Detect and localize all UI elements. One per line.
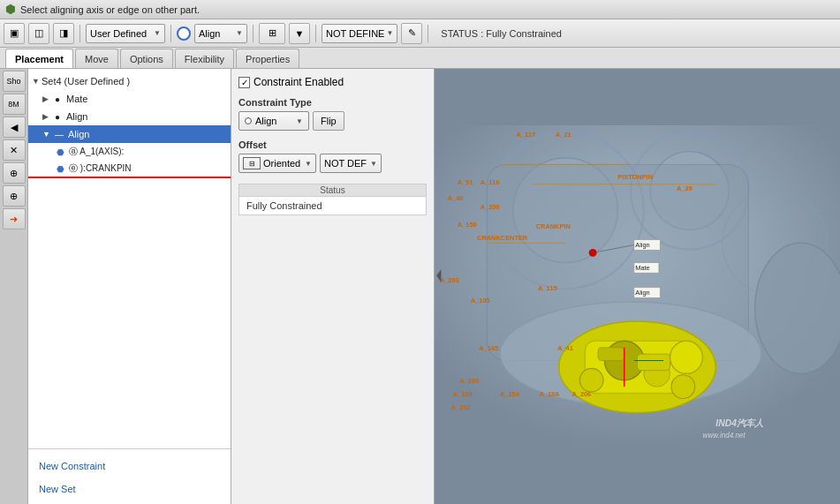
align-sel-label: Align: [68, 129, 89, 139]
toolbar-btn-1[interactable]: ▣: [4, 23, 25, 44]
left-bar-btn-arrow[interactable]: ◀: [3, 117, 26, 138]
axis-icon: ⬣: [53, 146, 67, 158]
chevron-type-icon: ▼: [296, 117, 303, 125]
svg-rect-18: [638, 354, 670, 371]
app-icon: ⬢: [5, 3, 15, 16]
user-defined-dropdown[interactable]: User Defined ▼: [86, 24, 165, 43]
constraint-type-dropdown[interactable]: Align ▼: [238, 111, 309, 131]
left-bar-btn-arrow2[interactable]: ➜: [3, 208, 26, 229]
edit-icon[interactable]: ✎: [401, 23, 422, 44]
svg-text:A_190: A_190: [453, 390, 473, 398]
main-content: Sho 8M ◀ ✕ ⊕ ⊕ ➜ ▼ Set4 (User Defined ) …: [0, 69, 840, 504]
tree-item-align-1[interactable]: ▶ ● Align: [28, 108, 231, 125]
status-section-label: Status: [320, 185, 344, 195]
tree-root[interactable]: ▼ Set4 (User Defined ): [28, 72, 231, 90]
svg-text:A_41: A_41: [557, 344, 573, 352]
svg-text:A_91: A_91: [458, 178, 473, 186]
mate-icon: ●: [50, 93, 64, 105]
toolbar-btn-2[interactable]: ◫: [28, 23, 49, 44]
tree-item-crankpin[interactable]: ⬣ ⓔ ):CRANKPIN: [28, 161, 231, 178]
svg-text:A_165: A_165: [479, 344, 498, 352]
instruction-text: Select aligning axis or edge on other pa…: [20, 4, 200, 15]
new-set-button[interactable]: New Set: [32, 479, 227, 499]
tree-root-label: Set4 (User Defined ): [42, 76, 130, 87]
size-icon[interactable]: ⊞: [259, 23, 285, 44]
3d-viewport[interactable]: A_117 A_21 A_91 A_116 A_40 A_208 PISTONP…: [435, 69, 840, 504]
left-icon-bar: Sho 8M ◀ ✕ ⊕ ⊕ ➜: [0, 69, 28, 504]
svg-text:A_208: A_208: [481, 203, 500, 211]
align-dot-icon: [245, 117, 252, 124]
svg-text:A_154: A_154: [500, 390, 520, 398]
crankpin-icon: ⬣: [53, 162, 67, 175]
oriented-icon: ⊟: [243, 157, 261, 169]
axis-label: ⓐ A_1(AXIS):: [69, 146, 124, 158]
flip-button[interactable]: Flip: [313, 111, 344, 131]
svg-text:A_116: A_116: [481, 178, 500, 186]
svg-text:Mate: Mate: [635, 264, 649, 272]
left-bar-btn-8m[interactable]: 8M: [3, 94, 26, 115]
left-bar-btn-x[interactable]: ✕: [3, 139, 26, 161]
left-bar-btn-plus1[interactable]: ⊕: [3, 162, 26, 184]
tab-move[interactable]: Move: [75, 49, 118, 68]
oriented-label: Oriented: [263, 158, 300, 169]
svg-text:CRANKCENTER: CRANKCENTER: [477, 234, 528, 242]
tab-placement[interactable]: Placement: [5, 49, 73, 68]
not-def-label: NOT DEF: [324, 158, 367, 169]
not-defined-btn[interactable]: NOT DEFINE ▼: [322, 24, 397, 43]
svg-text:A_19A: A_19A: [539, 390, 560, 398]
size-dropdown-btn[interactable]: ▼: [289, 23, 310, 44]
tab-properties[interactable]: Properties: [236, 49, 299, 68]
status-value: Fully Constrained: [239, 197, 426, 214]
tree-item-align-selected[interactable]: ▼ — Align: [28, 125, 231, 143]
svg-point-21: [671, 375, 695, 399]
svg-text:A_40: A_40: [448, 194, 464, 202]
new-constraint-button[interactable]: New Constraint: [32, 456, 227, 476]
chevron-oriented-icon: ▼: [305, 160, 312, 168]
status-section: Status Fully Constrained: [238, 184, 427, 215]
tree-area: ▼ Set4 (User Defined ) ▶ ● Mate ▶ ● Alig…: [28, 69, 231, 448]
new-set-label: New Set: [39, 484, 76, 494]
constraint-enabled-label: Constraint Enabled: [254, 76, 344, 88]
svg-text:A_102: A_102: [451, 403, 471, 411]
oriented-dropdown[interactable]: ⊟ Oriented ▼: [238, 154, 316, 173]
svg-text:A_159: A_159: [458, 221, 477, 229]
tab-options[interactable]: Options: [120, 49, 173, 68]
user-defined-label: User Defined: [90, 28, 147, 39]
offset-label: Offset: [238, 139, 427, 150]
status-header: Status: [239, 184, 426, 197]
not-def-offset-dropdown[interactable]: NOT DEF ▼: [320, 154, 382, 173]
svg-point-20: [579, 368, 603, 392]
left-bar-btn-show[interactable]: Sho: [3, 71, 26, 92]
align1-icon: ●: [50, 110, 64, 123]
tab-flexibility[interactable]: Flexibility: [175, 49, 234, 68]
chevron-not-def-icon: ▼: [370, 160, 377, 168]
tree-item-axis[interactable]: ⬣ ⓐ A_1(AXIS):: [28, 143, 231, 161]
crankpin-label: ⓔ ):CRANKPIN: [69, 162, 132, 175]
svg-text:A_193: A_193: [459, 377, 479, 385]
left-bar-btn-plus2[interactable]: ⊕: [3, 185, 26, 207]
left-panel: ▼ Set4 (User Defined ) ▶ ● Mate ▶ ● Alig…: [28, 69, 231, 504]
align-sel-icon: —: [52, 128, 66, 140]
svg-text:PISTONPIN: PISTONPIN: [617, 173, 653, 181]
toolbar-btn-3[interactable]: ◨: [53, 23, 74, 44]
offset-row: ⊟ Oriented ▼ NOT DEF ▼: [238, 154, 427, 173]
svg-text:A_203: A_203: [440, 276, 459, 284]
tree-item-mate[interactable]: ▶ ● Mate: [28, 90, 231, 108]
chevron-down-icon-3: ▼: [386, 29, 393, 37]
align1-label: Align: [66, 111, 87, 122]
middle-section: ✓ Constraint Enabled Constraint Type Ali…: [231, 69, 840, 504]
top-bar: ⬢ Select aligning axis or edge on other …: [0, 0, 840, 19]
tabs-row: Placement Move Options Flexibility Prope…: [0, 48, 840, 69]
svg-text:A_117: A_117: [517, 131, 536, 139]
align-label: Align: [199, 28, 220, 39]
svg-text:www.ind4.net: www.ind4.net: [703, 432, 746, 440]
mate-label: Mate: [66, 94, 87, 104]
constraint-enabled-checkbox[interactable]: ✓: [238, 77, 250, 88]
align-dropdown-toolbar[interactable]: Align ▼: [194, 24, 247, 43]
svg-text:IND4汽车人: IND4汽车人: [715, 417, 764, 428]
cad-svg: A_117 A_21 A_91 A_116 A_40 A_208 PISTONP…: [435, 69, 840, 504]
not-defined-label: NOT DEFINE: [326, 28, 384, 39]
svg-text:Align: Align: [635, 289, 649, 297]
radio-icon: [177, 26, 191, 41]
svg-point-19: [670, 341, 703, 373]
